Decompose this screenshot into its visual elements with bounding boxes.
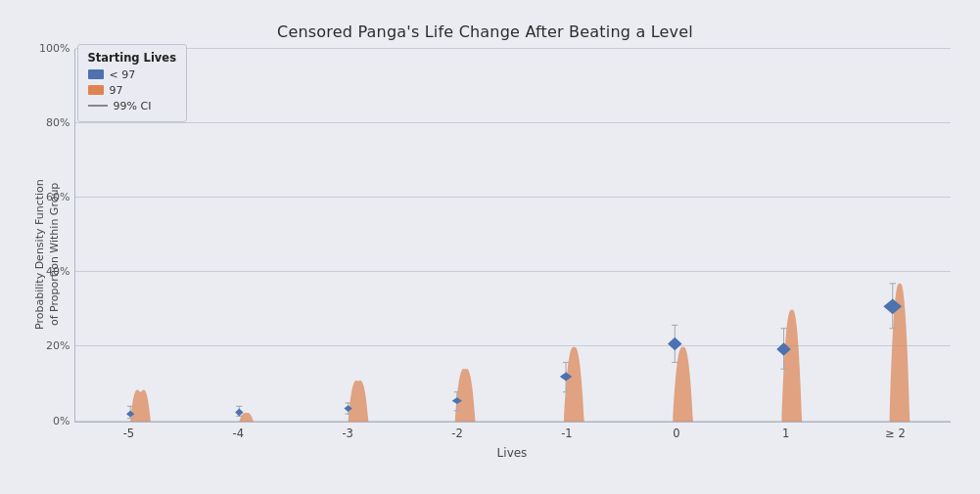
violin-orange-1 [781,309,802,421]
legend-label-blue: < 97 [110,68,136,81]
violin-orange-0 [673,346,693,421]
legend-item-ci: 99% CI [88,100,176,112]
x-tick-0: 0 [622,427,731,440]
marker-blue-0 [668,337,682,349]
x-tick-m2: -2 [402,427,512,440]
violin-orange-m2 [454,368,475,421]
legend-label-orange: 97 [110,84,123,97]
legend-label-ci: 99% CI [114,100,152,112]
y-tick-100: 100% [36,41,70,54]
chart-title: Censored Panga's Life Change After Beati… [21,22,951,41]
plot-svg [75,49,951,422]
y-tick-0: 0% [36,414,70,427]
y-tick-40: 40% [36,265,70,278]
x-tick-m4: -4 [183,427,293,440]
legend-color-blue [88,69,104,79]
plot-area: 0% 20% 40% 60% 80% 100% [74,49,951,423]
legend-line-ci [88,105,108,107]
legend-title: Starting Lives [88,51,176,65]
y-axis-label: Probability Density Functionof Proportio… [21,49,74,460]
x-tick-2: ≥ 2 [841,427,951,440]
legend-item-blue: < 97 [88,68,176,81]
violin-orange-m3 [348,380,368,421]
legend: Starting Lives < 97 97 99% CI [77,44,187,122]
y-tick-60: 60% [36,190,70,202]
legend-color-orange [88,85,104,95]
chart-inner: 0% 20% 40% 60% 80% 100% [74,49,951,460]
x-tick-m1: -1 [512,427,622,440]
x-tick-m5: -5 [74,427,184,440]
chart-container: Censored Panga's Life Change After Beati… [11,13,970,482]
x-tick-1: 1 [731,427,841,440]
violin-orange-m1 [563,346,583,421]
x-axis: -5 -4 -3 -2 -1 0 1 ≥ 2 [74,423,951,444]
y-tick-80: 80% [36,115,70,128]
legend-item-orange: 97 [88,84,176,97]
x-tick-m3: -3 [293,427,402,440]
violin-orange-m4 [239,412,254,421]
y-tick-20: 20% [36,339,70,352]
violin-orange-m5 [130,389,151,422]
x-axis-label: Lives [74,446,951,460]
